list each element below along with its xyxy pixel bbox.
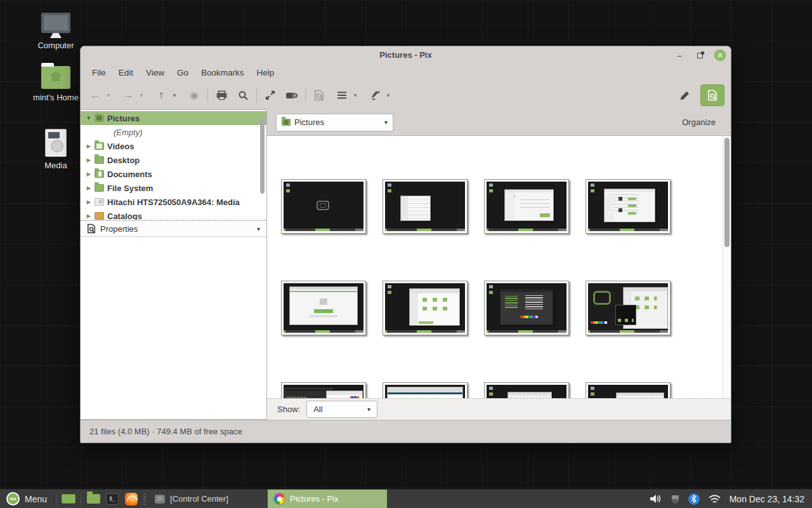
tree-item-empty[interactable]: (Empty) <box>81 125 266 139</box>
location-icon[interactable]: ◉ <box>186 86 202 105</box>
tree-item-videos[interactable]: ▶Videos <box>81 139 266 153</box>
tree-item-label: Catalogs <box>107 211 142 221</box>
chevron-down-icon[interactable]: ▼ <box>84 115 93 121</box>
drive-icon <box>45 129 67 157</box>
thumbnail-desktop-with-mint-logo[interactable] <box>281 179 366 234</box>
clock[interactable]: Mon Dec 23, 14:32 <box>730 494 804 504</box>
close-icon[interactable]: ✕ <box>714 50 726 61</box>
back-icon[interactable]: ← <box>87 86 103 105</box>
drive-icon <box>95 198 104 206</box>
thumbnail-welcome-first-steps[interactable] <box>586 179 671 234</box>
thumbnail-file-manager-window[interactable] <box>383 281 468 335</box>
location-dropdown[interactable]: Pictures ▾ <box>276 114 393 131</box>
restore-icon[interactable] <box>694 50 705 61</box>
preview-icon[interactable] <box>311 86 327 105</box>
slideshow-icon[interactable] <box>284 86 300 105</box>
chevron-right-icon[interactable]: ▶ <box>84 213 93 219</box>
chevron-right-icon[interactable]: ▶ <box>84 143 93 149</box>
chevron-right-icon[interactable]: ▶ <box>84 199 93 205</box>
browser-mode-icon[interactable] <box>700 84 724 106</box>
files-launcher[interactable] <box>84 490 103 508</box>
sidebar-scrollbar[interactable] <box>260 117 265 194</box>
show-dropdown[interactable]: All ▾ <box>306 401 377 418</box>
desktop-icon-home[interactable]: mint's Home <box>25 66 86 102</box>
minimize-icon[interactable]: – <box>674 50 685 61</box>
task-label: [Control Center] <box>170 494 228 504</box>
volume-icon[interactable] <box>650 493 662 504</box>
up-expand-icon[interactable]: ▾ <box>169 86 180 105</box>
pix-window: Pictures - Pix – ✕ FileEditViewGoBookmar… <box>80 46 731 443</box>
forward-icon[interactable]: → <box>120 86 136 105</box>
organize-button[interactable]: Organize <box>676 114 722 130</box>
chevron-right-icon[interactable]: ▶ <box>84 185 93 191</box>
show-value: All <box>313 404 322 414</box>
desktop-icon-computer[interactable]: Computer <box>25 13 86 50</box>
content-pane: Pictures ▾ Organize Show: All ▾ <box>267 109 731 420</box>
catalogs-icon <box>95 212 104 220</box>
system-tray: Mon Dec 23, 14:32 <box>650 493 812 505</box>
folder-tree: ▼Pictures(Empty)▶Videos▶Desktop▶Document… <box>81 110 266 220</box>
taskbar-window--control-center-[interactable]: [Control Center] <box>148 490 268 508</box>
chevron-right-icon[interactable]: ▶ <box>84 171 93 177</box>
location-bar: Pictures ▾ Organize <box>267 109 731 136</box>
thumbnail-terminal-neofetch[interactable] <box>484 281 569 335</box>
taskbar-window-pictures-pix[interactable]: Pictures - Pix <box>268 490 387 508</box>
home-folder-icon <box>41 66 70 89</box>
thumbnail-welcome-window[interactable] <box>484 179 569 234</box>
chevron-right-icon[interactable]: ▶ <box>84 157 93 163</box>
tools-icon[interactable] <box>367 86 383 105</box>
scrollbar-thumb[interactable] <box>724 138 730 247</box>
desktop-icon-media[interactable]: Media <box>25 129 86 170</box>
thumbnail-driver-manager-window[interactable] <box>281 281 366 335</box>
properties-expander[interactable]: Properties ▾ <box>81 220 266 237</box>
terminal-launcher[interactable]: $_ <box>103 490 122 508</box>
forward-expand-icon[interactable]: ▾ <box>136 86 147 105</box>
show-label: Show: <box>277 404 300 414</box>
pix-icon <box>274 493 285 504</box>
sidebar: ▼Pictures(Empty)▶Videos▶Desktop▶Document… <box>81 109 267 420</box>
tree-item-desktop[interactable]: ▶Desktop <box>81 153 266 167</box>
thumbnail-image <box>385 283 465 333</box>
tree-item-hitachi-hts725050a9a364-media[interactable]: ▶Hitachi HTS725050A9A364: Media <box>81 195 266 209</box>
menu-bookmarks[interactable]: Bookmarks <box>195 65 251 80</box>
pictures-folder-icon <box>95 114 104 122</box>
show-desktop-button[interactable] <box>59 490 78 508</box>
search-icon[interactable] <box>235 86 251 105</box>
bluetooth-icon[interactable] <box>688 493 700 505</box>
chevron-down-icon: ▾ <box>367 406 370 413</box>
tree-item-documents[interactable]: ▶Documents <box>81 167 266 181</box>
view-options-expand-icon[interactable]: ▾ <box>350 86 360 105</box>
files-icon <box>87 494 100 504</box>
titlebar[interactable]: Pictures - Pix – ✕ <box>81 46 731 64</box>
edit-icon[interactable] <box>676 86 693 105</box>
tree-item-catalogs[interactable]: ▶Catalogs <box>81 209 266 220</box>
grid-scrollbar[interactable] <box>723 136 731 420</box>
tools-expand-icon[interactable]: ▾ <box>383 86 393 105</box>
thumbnail-image <box>487 182 566 231</box>
tree-item-pictures[interactable]: ▼Pictures <box>81 111 266 125</box>
thumbnail-image <box>385 182 465 231</box>
tree-item-label: Hitachi HTS725050A9A364: Media <box>107 197 240 207</box>
view-options-icon[interactable] <box>334 86 350 105</box>
back-expand-icon[interactable]: ▾ <box>103 86 114 105</box>
menu-go[interactable]: Go <box>171 65 195 80</box>
print-icon[interactable] <box>213 86 230 105</box>
thumbnail-desktop-with-menu-open[interactable] <box>383 179 468 234</box>
properties-icon <box>87 224 96 234</box>
menu-edit[interactable]: Edit <box>112 65 140 80</box>
pictures-folder-icon <box>282 119 291 126</box>
menu-button[interactable]: lm Menu <box>0 490 53 508</box>
thumbnail-busy-desktop[interactable] <box>586 281 671 335</box>
menu-file[interactable]: File <box>86 65 112 80</box>
toolbar-separator <box>207 88 208 102</box>
fullscreen-icon[interactable] <box>262 86 278 105</box>
taskbar-separator <box>81 493 81 505</box>
menu-help[interactable]: Help <box>251 65 281 80</box>
updates-icon[interactable] <box>671 494 680 504</box>
network-icon[interactable] <box>708 494 721 504</box>
up-icon[interactable]: ↑ <box>153 86 169 105</box>
thumbnail-image <box>284 283 363 333</box>
firefox-launcher[interactable] <box>122 490 141 508</box>
tree-item-file-system[interactable]: ▶File System <box>81 181 266 195</box>
menu-view[interactable]: View <box>140 65 171 80</box>
